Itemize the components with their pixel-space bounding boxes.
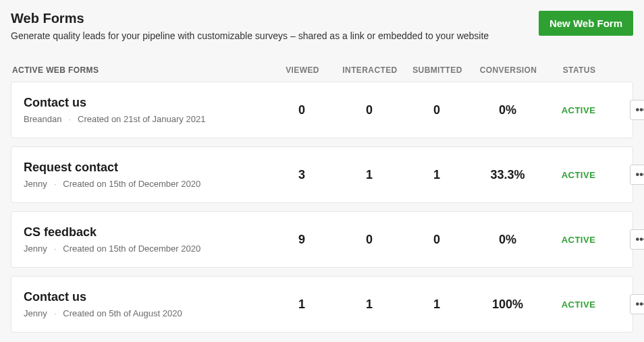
status-badge: ACTIVE: [545, 235, 612, 245]
column-name: ACTIVE WEB FORMS: [12, 65, 269, 75]
interacted-value: 0: [336, 103, 403, 117]
form-meta: Jenny · Created on 5th of August 2020: [24, 308, 268, 318]
table-row[interactable]: Request contact Jenny · Created on 15th …: [11, 146, 633, 203]
meta-separator: ·: [68, 114, 71, 124]
form-author: Jenny: [24, 308, 47, 318]
meta-separator: ·: [54, 179, 57, 189]
more-icon: •••: [636, 169, 644, 180]
interacted-value: 1: [336, 168, 403, 182]
form-meta: Breandan · Created on 21st of January 20…: [24, 114, 268, 124]
actions-cell: •••: [612, 165, 644, 185]
column-conversion: CONVERSION: [471, 65, 545, 75]
table-row[interactable]: CS feedback Jenny · Created on 15th of D…: [11, 211, 633, 268]
column-interacted: INTERACTED: [336, 65, 404, 75]
form-name-cell: CS feedback Jenny · Created on 15th of D…: [24, 225, 268, 254]
form-created: Created on 15th of December 2020: [63, 179, 200, 189]
conversion-value: 0%: [471, 233, 545, 247]
interacted-value: 0: [336, 233, 403, 247]
meta-separator: ·: [54, 308, 57, 318]
form-meta: Jenny · Created on 15th of December 2020: [24, 179, 268, 189]
submitted-value: 1: [403, 168, 471, 182]
page-header: Web Forms Generate quality leads for you…: [11, 11, 633, 41]
form-title: Request contact: [24, 161, 268, 175]
web-forms-page: Web Forms Generate quality leads for you…: [0, 0, 644, 342]
form-name-cell: Request contact Jenny · Created on 15th …: [24, 161, 268, 189]
meta-separator: ·: [54, 244, 57, 254]
form-author: Jenny: [24, 179, 47, 189]
table-row[interactable]: Contact us Jenny · Created on 5th of Aug…: [11, 276, 633, 333]
submitted-value: 1: [403, 297, 471, 312]
form-author: Jenny: [24, 244, 47, 254]
status-badge: ACTIVE: [545, 300, 612, 310]
conversion-value: 33.3%: [471, 168, 545, 182]
form-author: Breandan: [24, 114, 61, 124]
actions-cell: •••: [612, 229, 644, 250]
status-badge: ACTIVE: [545, 105, 612, 115]
viewed-value: 9: [268, 233, 336, 247]
web-forms-list: Contact us Breandan · Created on 21st of…: [11, 82, 633, 333]
form-name-cell: Contact us Jenny · Created on 5th of Aug…: [24, 290, 268, 318]
viewed-value: 1: [268, 297, 336, 312]
page-title: Web Forms: [11, 11, 489, 26]
column-viewed: VIEWED: [269, 65, 336, 75]
column-submitted: SUBMITTED: [404, 65, 471, 75]
more-icon: •••: [636, 105, 644, 115]
more-icon: •••: [636, 234, 644, 245]
more-icon: •••: [636, 299, 644, 310]
form-title: Contact us: [24, 290, 268, 304]
form-created: Created on 5th of August 2020: [63, 308, 182, 318]
more-actions-button[interactable]: •••: [630, 294, 644, 314]
submitted-value: 0: [403, 233, 471, 247]
new-web-form-button[interactable]: New Web Form: [539, 11, 633, 36]
more-actions-button[interactable]: •••: [630, 100, 644, 120]
column-status: STATUS: [545, 65, 613, 75]
form-title: CS feedback: [24, 225, 268, 239]
conversion-value: 100%: [471, 297, 545, 312]
status-badge: ACTIVE: [545, 170, 612, 180]
table-row[interactable]: Contact us Breandan · Created on 21st of…: [11, 82, 633, 138]
form-meta: Jenny · Created on 15th of December 2020: [24, 244, 268, 254]
actions-cell: •••: [612, 294, 644, 314]
form-title: Contact us: [24, 96, 268, 110]
form-name-cell: Contact us Breandan · Created on 21st of…: [24, 96, 268, 124]
viewed-value: 3: [268, 168, 336, 182]
actions-cell: •••: [612, 100, 644, 120]
form-created: Created on 21st of January 2021: [78, 114, 205, 124]
interacted-value: 1: [336, 297, 403, 312]
viewed-value: 0: [268, 103, 336, 117]
page-subtitle: Generate quality leads for your pipeline…: [11, 30, 489, 41]
more-actions-button[interactable]: •••: [630, 165, 644, 185]
more-actions-button[interactable]: •••: [630, 229, 644, 250]
conversion-value: 0%: [471, 103, 545, 117]
table-columns-header: ACTIVE WEB FORMS VIEWED INTERACTED SUBMI…: [11, 47, 633, 82]
header-left: Web Forms Generate quality leads for you…: [11, 11, 489, 41]
form-created: Created on 15th of December 2020: [63, 244, 200, 254]
submitted-value: 0: [403, 103, 471, 117]
